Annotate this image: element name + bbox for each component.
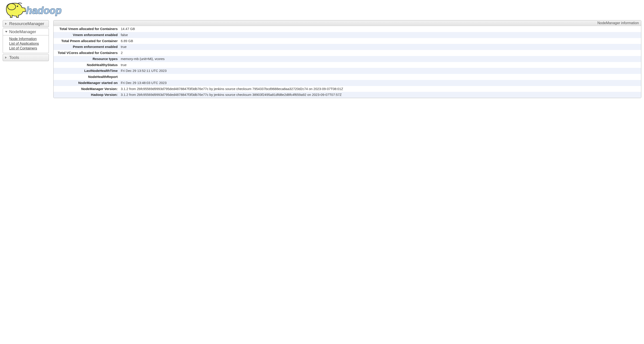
table-row: NodeHealthyStatustrue bbox=[54, 62, 641, 68]
svg-point-1 bbox=[17, 5, 18, 7]
info-label: LastNodeHealthTime bbox=[54, 68, 120, 74]
svg-text:hadoop: hadoop bbox=[26, 5, 62, 16]
sidebar-section-label: Tools bbox=[9, 55, 19, 60]
sidebar-section-nodemanager-body: Node Information List of Applications Li… bbox=[3, 35, 49, 53]
sidebar-section-nodemanager[interactable]: NodeManager bbox=[3, 28, 49, 35]
info-value: false bbox=[120, 32, 641, 38]
info-value: true bbox=[120, 44, 641, 50]
sidebar: ResourceManager NodeManager Node Informa… bbox=[3, 20, 49, 62]
info-value: 2 bbox=[120, 50, 641, 56]
table-row: Total VCores allocated for Containers2 bbox=[54, 50, 641, 56]
info-label: Total VCores allocated for Containers bbox=[54, 50, 120, 56]
info-label: NodeHealthyStatus bbox=[54, 62, 120, 68]
info-label: Hadoop Version: bbox=[54, 92, 120, 98]
info-label: NodeHealthReport bbox=[54, 74, 120, 80]
node-info-table: Total Vmem allocated for Containers14.47… bbox=[54, 26, 641, 98]
table-row: Vmem enforcement enabledfalse bbox=[54, 32, 641, 38]
sidebar-section-tools[interactable]: Tools bbox=[3, 54, 49, 61]
sidebar-link-list-containers[interactable]: List of Containers bbox=[9, 46, 47, 51]
info-label: Resource types bbox=[54, 56, 120, 62]
sidebar-section-resourcemanager[interactable]: ResourceManager bbox=[3, 20, 49, 27]
panel-title: NodeManager information bbox=[54, 20, 641, 26]
table-row: NodeManager Version:3.1.2 from 2bfc95569… bbox=[54, 86, 641, 92]
info-value: 3.1.2 from 2bfc95569d9993d795ded4878847f… bbox=[120, 92, 641, 98]
sidebar-section-label: NodeManager bbox=[9, 29, 36, 34]
main-panel: NodeManager information Total Vmem alloc… bbox=[53, 20, 641, 98]
table-row: Total Vmem allocated for Containers14.47… bbox=[54, 26, 641, 32]
table-row: Total Pmem allocated for Container6.89 G… bbox=[54, 38, 641, 44]
info-label: Total Vmem allocated for Containers bbox=[54, 26, 120, 32]
info-value: 14.47 GB bbox=[120, 26, 641, 32]
sidebar-section-label: ResourceManager bbox=[9, 21, 44, 26]
info-value: true bbox=[120, 62, 641, 68]
hadoop-logo: hadoop bbox=[3, 1, 641, 20]
chevron-down-icon bbox=[5, 31, 8, 33]
info-label: Vmem enforcement enabled bbox=[54, 32, 120, 38]
info-value: Fri Dec 29 13:52:11 UTC 2023 bbox=[120, 68, 641, 74]
table-row: Pmem enforcement enabledtrue bbox=[54, 44, 641, 50]
table-row: Resource typesmemory-mb (unit=Mi), vcore… bbox=[54, 56, 641, 62]
chevron-right-icon bbox=[5, 23, 7, 25]
info-label: Pmem enforcement enabled bbox=[54, 44, 120, 50]
table-row: Hadoop Version:3.1.2 from 2bfc95569d9993… bbox=[54, 92, 641, 98]
info-value bbox=[120, 74, 641, 80]
table-row: NodeHealthReport bbox=[54, 74, 641, 80]
table-row: NodeManager started onFri Dec 29 13:48:0… bbox=[54, 80, 641, 86]
chevron-right-icon bbox=[5, 56, 7, 59]
info-value: 6.89 GB bbox=[120, 38, 641, 44]
info-label: Total Pmem allocated for Container bbox=[54, 38, 120, 44]
sidebar-link-node-information[interactable]: Node Information bbox=[9, 37, 47, 41]
info-value: 3.1.2 from 2bfc95569d9993d795ded4878847f… bbox=[120, 86, 641, 92]
sidebar-link-list-applications[interactable]: List of Applications bbox=[9, 41, 47, 46]
table-row: LastNodeHealthTimeFri Dec 29 13:52:11 UT… bbox=[54, 68, 641, 74]
info-value: Fri Dec 29 13:48:03 UTC 2023 bbox=[120, 80, 641, 86]
info-label: NodeManager started on bbox=[54, 80, 120, 86]
svg-point-0 bbox=[8, 3, 16, 10]
info-value: memory-mb (unit=Mi), vcores bbox=[120, 56, 641, 62]
info-label: NodeManager Version: bbox=[54, 86, 120, 92]
